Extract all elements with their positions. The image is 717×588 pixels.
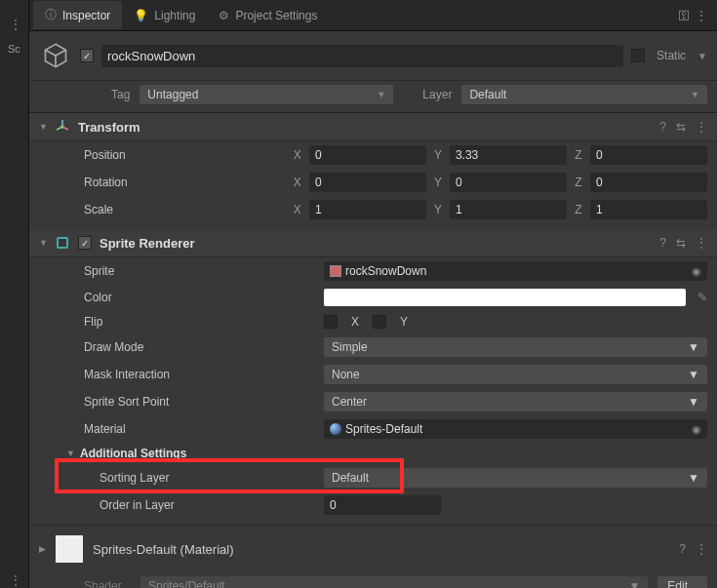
draw-mode-value: Simple [332,340,368,354]
position-row: Position X Y Z [29,141,717,169]
kebab-menu-icon[interactable]: ⋮ [696,120,707,134]
additional-settings-header[interactable]: ▼ Additional Settings [29,443,717,464]
layer-dropdown[interactable]: Default ▼ [461,85,707,104]
drag-dots-icon[interactable]: ⋮ [10,573,21,587]
mask-interaction-value: None [332,368,360,381]
static-checkbox[interactable] [631,49,645,62]
tag-value: Untagged [147,88,198,101]
layer-value: Default [469,88,506,101]
color-label: Color [84,291,318,304]
component-enabled-checkbox[interactable]: ✓ [78,236,92,250]
material-object-field[interactable]: Sprites-Default ◉ [324,419,707,439]
sprite-sort-point-row: Sprite Sort Point Center ▼ [29,388,717,415]
z-label: Z [573,203,584,216]
left-panel-sliver: ⋮ Sc ⋮ [0,0,29,588]
tab-lighting[interactable]: 💡 Lighting [122,3,207,28]
y-label: Y [432,148,444,162]
tab-project-settings[interactable]: ⚙ Project Settings [207,3,329,28]
flip-y-checkbox[interactable] [373,315,386,329]
position-x-field[interactable] [309,145,426,165]
gameobject-name-field[interactable] [101,45,623,67]
tag-dropdown[interactable]: Untagged ▼ [139,85,393,104]
transform-component-header[interactable]: ▼ Transform ? ⇆ ⋮ [29,113,717,141]
sprite-object-field[interactable]: rockSnowDown ◉ [324,261,707,281]
preset-icon[interactable]: ⇆ [676,120,686,134]
material-value: Sprites-Default [345,422,422,436]
foldout-icon[interactable]: ▶ [39,544,46,554]
sprite-renderer-header[interactable]: ▼ ✓ Sprite Renderer ? ⇆ ⋮ [29,229,717,257]
kebab-menu-icon[interactable]: ⋮ [696,542,707,556]
rotation-y-field[interactable] [450,173,567,192]
foldout-icon[interactable]: ▼ [66,449,74,458]
sorting-layer-row: Sorting Layer Default ▼ [29,464,717,491]
flip-x-label: X [351,315,359,329]
foldout-icon[interactable]: ▼ [39,238,47,248]
rotation-z-field[interactable] [590,173,707,192]
static-dropdown-arrow-icon[interactable]: ▼ [697,51,707,61]
rotation-label: Rotation [84,176,286,189]
rotation-x-field[interactable] [309,173,426,192]
position-label: Position [84,148,286,162]
kebab-menu-icon[interactable]: ⋮ [696,9,707,22]
lock-icon[interactable]: ⚿ [678,9,690,22]
x-label: X [292,148,303,162]
sprite-value: rockSnowDown [345,264,426,278]
position-z-field[interactable] [590,145,707,165]
scale-y-field[interactable] [450,200,567,219]
flip-x-checkbox[interactable] [324,315,338,329]
mask-interaction-row: Mask Interaction None ▼ [29,361,717,388]
sorting-layer-label: Sorting Layer [100,471,318,485]
foldout-icon[interactable]: ▼ [39,122,47,132]
chevron-down-icon: ▼ [628,579,640,588]
object-picker-icon[interactable]: ◉ [692,265,701,278]
help-icon[interactable]: ? [659,120,666,134]
sprite-sort-point-dropdown[interactable]: Center ▼ [324,392,707,412]
scale-label: Scale [84,203,286,216]
gameobject-header: ✓ Static ▼ [29,31,717,81]
chevron-down-icon: ▼ [688,395,699,409]
scale-x-field[interactable] [309,200,426,219]
tab-bar: ⓘ Inspector 💡 Lighting ⚙ Project Setting… [29,0,717,31]
scale-row: Scale X Y Z [29,196,717,223]
x-label: X [292,176,303,189]
help-icon[interactable]: ? [679,542,686,556]
chevron-down-icon: ▼ [377,90,385,99]
component-title: Transform [78,120,652,135]
order-in-layer-field[interactable] [324,495,441,515]
flip-row: Flip X Y [29,310,717,333]
position-y-field[interactable] [450,145,567,165]
help-icon[interactable]: ? [659,236,666,250]
eyedropper-icon[interactable]: ✎ [697,291,707,304]
material-preview-section: ▶ Sprites-Default (Material) ? ⋮ [29,525,717,572]
flip-label: Flip [84,315,318,329]
gameobject-icon[interactable] [39,39,72,72]
tab-label: Lighting [154,9,195,22]
sorting-layer-dropdown[interactable]: Default ▼ [324,468,707,488]
tag-label: Tag [111,88,130,101]
active-checkbox[interactable]: ✓ [80,49,94,62]
shader-dropdown[interactable]: Sprites/Default ▼ [140,576,648,588]
drag-dots-icon[interactable]: ⋮ [10,18,21,31]
z-label: Z [573,176,584,189]
chevron-down-icon: ▼ [688,340,699,354]
lightbulb-icon: 💡 [134,9,148,22]
preset-icon[interactable]: ⇆ [676,236,686,250]
shader-label: Shader [84,579,131,588]
object-picker-icon[interactable]: ◉ [692,423,701,436]
draw-mode-dropdown[interactable]: Simple ▼ [324,337,707,357]
chevron-down-icon: ▼ [688,368,699,381]
material-thumb-icon [330,423,341,435]
layer-label: Layer [422,88,452,101]
chevron-down-icon: ▼ [688,471,699,485]
y-label: Y [432,203,444,216]
mask-interaction-dropdown[interactable]: None ▼ [324,365,707,384]
material-preview-thumb[interactable] [56,535,83,563]
color-field[interactable] [324,289,686,306]
color-row: Color ✎ [29,285,717,310]
scale-z-field[interactable] [590,200,707,219]
material-row: Material Sprites-Default ◉ [29,415,717,443]
edit-shader-button[interactable]: Edit... [657,576,707,588]
svg-rect-5 [59,239,66,247]
tab-inspector[interactable]: ⓘ Inspector [33,1,122,29]
kebab-menu-icon[interactable]: ⋮ [696,236,707,250]
